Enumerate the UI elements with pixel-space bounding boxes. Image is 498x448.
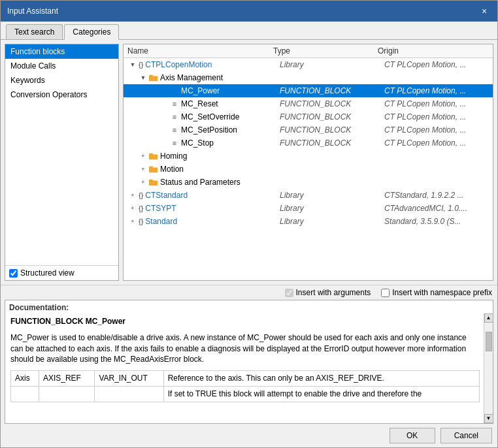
expander-icon[interactable]: + <box>129 204 137 212</box>
origin-cell: CT PLCopen Motion, ... <box>382 112 493 121</box>
insert-with-arguments-row: Insert with arguments <box>285 288 371 297</box>
node-label[interactable]: CTSYPT <box>145 204 176 213</box>
folder-icon <box>149 165 158 173</box>
documentation-label: Documentation: <box>5 300 493 313</box>
tree-row[interactable]: + {} CTStandard Library CTStandard, 1.9.… <box>124 189 493 202</box>
expander-icon[interactable]: + <box>139 178 147 186</box>
node-label[interactable]: CTStandard <box>145 191 188 200</box>
folder-icon <box>149 178 158 186</box>
origin-cell: CT PLCopen Motion, ... <box>382 99 493 108</box>
node-label: MC_Reset <box>181 99 218 108</box>
cell-name: ▶ ≡ MC_Reset <box>124 99 277 108</box>
origin-cell: CTAdvancedMCI, 1.0.... <box>382 204 493 213</box>
expander-icon[interactable]: + <box>129 191 137 199</box>
tabs-row: Text search Categories <box>1 22 497 40</box>
input-assistant-window: Input Assistant × Text search Categories… <box>0 0 498 448</box>
doc-title: FUNCTION_BLOCK MC_Power <box>10 316 480 327</box>
options-row: Insert with arguments Insert with namesp… <box>1 285 497 300</box>
ok-button[interactable]: OK <box>390 428 435 443</box>
doc-icon: ≡ <box>170 126 179 134</box>
expander-icon[interactable]: + <box>139 165 147 173</box>
tab-categories[interactable]: Categories <box>64 24 119 40</box>
tree-row[interactable]: + Motion <box>124 163 493 176</box>
tree-row[interactable]: + Homing <box>124 150 493 163</box>
list-item-keywords[interactable]: Keywords <box>5 73 118 88</box>
tree-row[interactable]: ▶ ≡ MC_Stop FUNCTION_BLOCK CT PLCopen Mo… <box>124 136 493 150</box>
cell-name: + Status and Parameters <box>124 178 277 187</box>
main-content: Function blocks Module Calls Keywords Co… <box>1 40 497 285</box>
cancel-button[interactable]: Cancel <box>440 428 492 443</box>
tree-row[interactable]: + {} Standard Library Standard, 3.5.9.0 … <box>124 215 493 228</box>
cell-name: ▼ Axis Management <box>124 73 277 82</box>
structured-view-row: Structured view <box>5 265 118 280</box>
tree-row[interactable]: + Status and Parameters <box>124 176 493 189</box>
origin-cell: Standard, 3.5.9.0 (S... <box>382 217 493 226</box>
list-item-module-calls[interactable]: Module Calls <box>5 59 118 73</box>
scroll-thumb[interactable] <box>486 332 492 351</box>
cell-name: + Motion <box>124 165 277 174</box>
list-item-function-blocks[interactable]: Function blocks <box>5 44 118 59</box>
braces-icon: {} <box>139 217 143 225</box>
category-list: Function blocks Module Calls Keywords Co… <box>5 44 118 265</box>
expander-icon[interactable]: ▼ <box>129 61 137 69</box>
left-panel: Function blocks Module Calls Keywords Co… <box>5 44 119 281</box>
node-label: MC_SetPosition <box>181 125 237 135</box>
col-name: Name <box>127 46 273 56</box>
type-cell: FUNCTION_BLOCK <box>277 99 382 108</box>
doc-icon: ≡ <box>170 87 179 95</box>
documentation-section: Documentation: FUNCTION_BLOCK MC_Power M… <box>5 300 493 424</box>
table-cell <box>95 386 163 402</box>
insert-with-arguments-checkbox[interactable] <box>285 289 293 297</box>
expander-icon[interactable]: + <box>139 152 147 160</box>
expander-icon[interactable]: + <box>129 217 137 225</box>
type-cell: FUNCTION_BLOCK <box>277 138 382 148</box>
documentation-scrollbar[interactable]: ▲ ▼ <box>484 313 493 423</box>
cell-name: + {} Standard <box>124 217 277 226</box>
insert-with-namespace-checkbox[interactable] <box>381 289 390 297</box>
folder-icon <box>149 74 158 82</box>
table-row: If set to TRUE this block will attempt t… <box>11 386 480 402</box>
close-button[interactable]: × <box>478 5 491 18</box>
braces-icon: {} <box>139 191 143 199</box>
tree-row[interactable]: ▶ ≡ MC_Power FUNCTION_BLOCK CT PLCopen M… <box>124 84 493 97</box>
cell-name: + {} CTStandard <box>124 191 277 200</box>
node-label: Status and Parameters <box>160 178 241 187</box>
tree-row[interactable]: ▶ ≡ MC_SetPosition FUNCTION_BLOCK CT PLC… <box>124 123 493 136</box>
insert-with-arguments-label: Insert with arguments <box>296 288 371 297</box>
scroll-down-button[interactable]: ▼ <box>484 414 493 423</box>
table-cell: VAR_IN_OUT <box>95 371 163 387</box>
tree-row[interactable]: + {} CTSYPT Library CTAdvancedMCI, 1.0..… <box>124 202 493 215</box>
scroll-up-button[interactable]: ▲ <box>484 313 493 323</box>
node-label: MC_Power <box>181 86 220 95</box>
origin-cell: CT PLCopen Motion, ... <box>382 125 493 135</box>
tree-panel: Name Type Origin ▼ {} CTPLCopenMotion Li… <box>123 44 493 281</box>
tree-row[interactable]: ▶ ≡ MC_Reset FUNCTION_BLOCK CT PLCopen M… <box>124 97 493 110</box>
braces-icon: {} <box>139 61 143 69</box>
cell-name: ▶ ≡ MC_Power <box>124 86 277 95</box>
structured-view-checkbox[interactable] <box>9 269 18 278</box>
list-item-conversion-operators[interactable]: Conversion Operators <box>5 88 118 102</box>
origin-cell: CT PLCopen Motion, ... <box>382 86 493 95</box>
expander-icon[interactable]: ▼ <box>139 74 147 82</box>
svg-rect-1 <box>149 75 153 78</box>
folder-icon <box>149 152 158 160</box>
table-cell: AXIS_REF <box>39 371 94 387</box>
structured-view-label: Structured view <box>20 268 75 278</box>
cell-name: ▶ ≡ MC_SetPosition <box>124 125 277 135</box>
documentation-table: Axis AXIS_REF VAR_IN_OUT Reference to th… <box>10 370 480 402</box>
type-cell: Library <box>277 204 382 213</box>
cell-name: ▼ {} CTPLCopenMotion <box>124 60 277 69</box>
col-type: Type <box>273 46 378 56</box>
origin-cell: CT PLCopen Motion, ... <box>382 138 493 148</box>
node-label[interactable]: Standard <box>145 217 177 226</box>
tree-row[interactable]: ▼ {} CTPLCopenMotion Library CT PLCopen … <box>124 58 493 71</box>
tab-text-search[interactable]: Text search <box>6 24 63 39</box>
node-label[interactable]: CTPLCopenMotion <box>145 60 212 69</box>
tree-row[interactable]: ▶ ≡ MC_SetOverride FUNCTION_BLOCK CT PLC… <box>124 110 493 123</box>
origin-cell: CT PLCopen Motion, ... <box>382 60 493 69</box>
node-label: MC_Stop <box>181 138 214 148</box>
type-cell: FUNCTION_BLOCK <box>277 86 382 95</box>
window-title: Input Assistant <box>7 7 58 16</box>
type-cell: FUNCTION_BLOCK <box>277 112 382 121</box>
tree-row[interactable]: ▼ Axis Management <box>124 71 493 84</box>
